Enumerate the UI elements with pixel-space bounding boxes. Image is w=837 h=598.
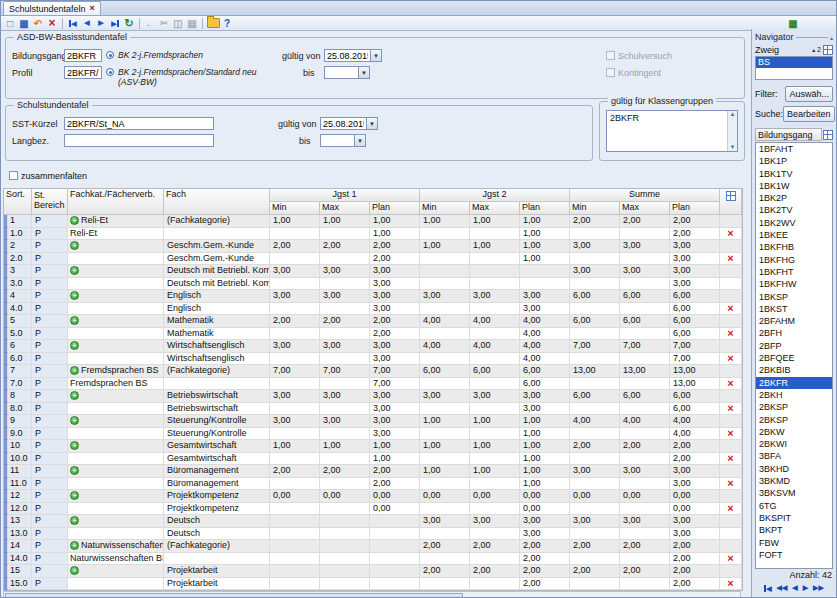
fast-next-button[interactable]: ▶▶	[813, 584, 824, 592]
value-cell[interactable]: 13,00	[620, 365, 670, 378]
value-cell[interactable]	[270, 453, 320, 466]
fach-cell[interactable]: Geschm.Gem.-Kunde	[164, 253, 270, 266]
bildungsgang-item[interactable]: 3BKMD	[756, 475, 832, 487]
value-cell[interactable]: 0,00	[370, 490, 420, 503]
value-cell[interactable]: 1,00	[520, 240, 570, 253]
bereich-cell[interactable]: P	[32, 428, 68, 441]
value-cell[interactable]: 0,00	[270, 490, 320, 503]
add-icon[interactable]: +	[70, 216, 79, 225]
value-cell[interactable]	[620, 403, 670, 416]
value-cell[interactable]: 1,00	[520, 253, 570, 266]
bereich-cell[interactable]: P	[32, 328, 68, 341]
value-cell[interactable]: 1,00	[520, 465, 570, 478]
fach-cell[interactable]: Projektarbeit	[164, 565, 270, 578]
value-cell[interactable]	[420, 265, 470, 278]
fachkat-cell[interactable]: Fremdsprachen BS	[68, 378, 164, 391]
header-max[interactable]: Max	[470, 202, 520, 215]
value-cell[interactable]	[420, 228, 470, 241]
dropdown-icon[interactable]: ▾	[366, 117, 378, 130]
value-cell[interactable]: 7,00	[670, 353, 720, 366]
value-cell[interactable]: 6,00	[520, 378, 570, 391]
value-cell[interactable]: 3,00	[470, 290, 520, 303]
value-cell[interactable]: 2,00	[670, 565, 720, 578]
value-cell[interactable]	[320, 553, 370, 566]
bereich-cell[interactable]: P	[32, 215, 68, 228]
value-cell[interactable]: 6,00	[570, 290, 620, 303]
add-icon[interactable]: +	[70, 266, 79, 275]
delete-row-button[interactable]: ×	[727, 578, 733, 588]
value-cell[interactable]: 3,00	[420, 290, 470, 303]
value-cell[interactable]: 2,00	[620, 540, 670, 553]
bildungsgang-header[interactable]: Bildungsgang	[755, 128, 822, 141]
header-bereich[interactable]: St. Bereich	[32, 189, 68, 215]
value-cell[interactable]	[420, 578, 470, 591]
delete-row-button[interactable]: ×	[727, 403, 733, 413]
value-cell[interactable]: 3,00	[270, 390, 320, 403]
bildungsgang-item[interactable]: 1BK1W	[756, 180, 832, 192]
value-cell[interactable]	[270, 428, 320, 441]
bildungsgang-item[interactable]: 1BKST	[756, 303, 832, 315]
value-cell[interactable]	[270, 403, 320, 416]
bis-input-1[interactable]	[324, 66, 358, 79]
header-plan[interactable]: Plan	[670, 202, 720, 215]
value-cell[interactable]: 2,00	[670, 453, 720, 466]
header-jgst1[interactable]: Jgst 1	[270, 189, 420, 202]
bildungsgang-item[interactable]: 2BKBIB	[756, 364, 832, 376]
value-cell[interactable]: 3,00	[620, 515, 670, 528]
value-cell[interactable]: 3,00	[570, 465, 620, 478]
value-cell[interactable]	[570, 553, 620, 566]
value-cell[interactable]	[470, 278, 520, 291]
value-cell[interactable]: 1,00	[420, 215, 470, 228]
value-cell[interactable]: 2,00	[670, 540, 720, 553]
value-cell[interactable]: 3,00	[570, 240, 620, 253]
suche-button[interactable]: Bearbeiten	[783, 106, 835, 122]
bereich-cell[interactable]: P	[32, 303, 68, 316]
header-plan[interactable]: Plan	[520, 202, 570, 215]
value-cell[interactable]: 4,00	[520, 340, 570, 353]
bildungsgang-item[interactable]: 1BK2TV	[756, 204, 832, 216]
value-cell[interactable]: 3,00	[320, 290, 370, 303]
value-cell[interactable]: 2,00	[570, 565, 620, 578]
fachkat-cell[interactable]	[68, 503, 164, 516]
value-cell[interactable]	[470, 428, 520, 441]
fachkat-cell[interactable]: Reli-Et	[68, 228, 164, 241]
value-cell[interactable]	[270, 478, 320, 491]
value-cell[interactable]	[270, 553, 320, 566]
fach-cell[interactable]: Büromanagement	[164, 465, 270, 478]
add-icon[interactable]: +	[70, 316, 79, 325]
value-cell[interactable]	[470, 403, 520, 416]
header-min[interactable]: Min	[420, 202, 470, 215]
value-cell[interactable]: 2,00	[670, 578, 720, 591]
value-cell[interactable]: 2,00	[520, 540, 570, 553]
fach-cell[interactable]: Deutsch mit Betriebl. Komm.	[164, 278, 270, 291]
fach-cell[interactable]: Wirtschaftsenglisch	[164, 353, 270, 366]
bildungsgang-item[interactable]: 3BKHD	[756, 463, 832, 475]
delete-row-button[interactable]: ×	[727, 553, 733, 563]
value-cell[interactable]: 1,00	[520, 215, 570, 228]
fach-cell[interactable]: Deutsch	[164, 515, 270, 528]
bildungsgang-item[interactable]: 2BKH	[756, 389, 832, 401]
delete-icon[interactable]: ×	[45, 17, 59, 30]
value-cell[interactable]	[320, 378, 370, 391]
value-cell[interactable]: 0,00	[420, 490, 470, 503]
fachkat-cell[interactable]	[68, 528, 164, 541]
tab-close-icon[interactable]: ×	[90, 4, 95, 13]
value-cell[interactable]: 6,00	[670, 303, 720, 316]
zweig-list[interactable]: BS	[755, 56, 833, 80]
bildungsgang-item[interactable]: 2BFQEE	[756, 352, 832, 364]
value-cell[interactable]: 3,00	[620, 465, 670, 478]
value-cell[interactable]: 2,00	[370, 253, 420, 266]
bildungsgang-item[interactable]: 2BKW	[756, 426, 832, 438]
value-cell[interactable]: 3,00	[470, 390, 520, 403]
value-cell[interactable]	[470, 528, 520, 541]
value-cell[interactable]	[470, 253, 520, 266]
value-cell[interactable]	[570, 378, 620, 391]
value-cell[interactable]: 1,00	[520, 453, 570, 466]
value-cell[interactable]: 3,00	[370, 390, 420, 403]
value-cell[interactable]: 3,00	[320, 390, 370, 403]
value-cell[interactable]	[270, 303, 320, 316]
value-cell[interactable]	[620, 278, 670, 291]
bildungsgang-item[interactable]: BKSPIT	[756, 512, 832, 524]
value-cell[interactable]: 4,00	[670, 428, 720, 441]
fach-cell[interactable]	[164, 378, 270, 391]
